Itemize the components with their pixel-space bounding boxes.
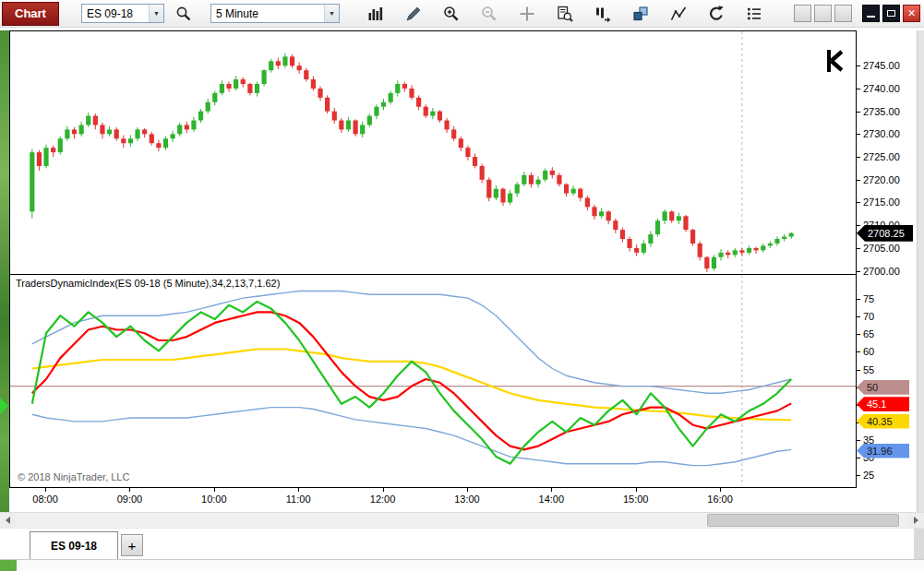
trend-line-icon (669, 5, 688, 23)
chart-column: TradersDynamicIndex(ES 09-18 (5 Minute),… (9, 30, 857, 512)
trend-line-button[interactable] (666, 3, 690, 25)
price-panel[interactable] (10, 31, 856, 275)
zoom-in-button[interactable] (439, 3, 463, 25)
instrument-link-button[interactable] (794, 5, 811, 22)
axis-tick-mark (857, 458, 860, 458)
axis-tick-label: 2745.00 (863, 60, 900, 71)
zoom-out-button[interactable] (477, 3, 501, 25)
titlebar[interactable]: Chart ES 09-18 ▼ 5 Minute ▼ (0, 0, 924, 28)
pin-button[interactable] (834, 5, 852, 22)
time-axis[interactable]: 08:0009:0010:0011:0012:0013:0014:0015:00… (9, 488, 857, 512)
axis-tick-mark (857, 134, 860, 135)
ninjatrader-chart-window: Chart ES 09-18 ▼ 5 Minute ▼ (0, 0, 924, 571)
tdi-series-rsi-line (32, 302, 791, 464)
price-chart-svg[interactable] (10, 31, 856, 275)
properties-button[interactable] (742, 3, 766, 25)
time-tick-label: 09:00 (111, 494, 148, 505)
tab-bar: ES 09-18 + (0, 528, 924, 559)
time-tick-label: 15:00 (618, 494, 654, 505)
time-tick-label: 08:00 (27, 494, 64, 505)
last-price-badge: 2708.25 (857, 225, 913, 242)
data-box-icon (556, 5, 574, 23)
indicator-value-badge: 31.96 (857, 444, 909, 458)
indicator-value-badge: 40.35 (857, 414, 909, 429)
tab-es-09-18[interactable]: ES 09-18 (30, 531, 118, 559)
scroll-to-end-icon (827, 50, 843, 72)
axis-tick-mark (857, 316, 860, 317)
search-icon (174, 5, 193, 23)
maximize-button[interactable] (882, 5, 900, 22)
axis-tick-label: 65 (863, 328, 874, 339)
axis-tick-mark (857, 202, 860, 203)
tdi-series-rsi-signal-line (32, 312, 791, 449)
window-controls: ✕ (794, 5, 922, 22)
tdi-series-lower-volatility-band (32, 408, 791, 466)
axis-tick-mark (857, 180, 860, 181)
close-icon: ✕ (907, 7, 916, 19)
close-button[interactable]: ✕ (903, 5, 920, 22)
window-edge (917, 30, 924, 512)
time-tick-mark (129, 488, 130, 492)
instrument-select[interactable]: ES 09-18 ▼ (81, 4, 164, 23)
minimize-button[interactable] (862, 5, 880, 22)
time-tick-label: 12:00 (365, 494, 402, 505)
indicator-label: TradersDynamicIndex(ES 09-18 (5 Minute),… (16, 278, 280, 289)
scroll-to-end-marker[interactable] (827, 50, 843, 72)
desktop-corner (0, 560, 17, 571)
interval-select-value: 5 Minute (216, 7, 320, 20)
minimize-icon (867, 16, 875, 18)
statusbar-strip (0, 559, 924, 571)
chart-style-icon (366, 5, 385, 23)
axis-tick-label: 60 (863, 346, 874, 357)
add-tab-button[interactable]: + (121, 534, 143, 556)
triangle-left-icon (6, 517, 10, 524)
desktop-background (0, 30, 9, 512)
chart-style-button[interactable] (364, 3, 388, 25)
maximize-icon (887, 10, 895, 17)
time-tick-label: 13:00 (449, 494, 486, 505)
axis-tick-label: 2730.00 (863, 128, 900, 139)
axis-tick-mark (857, 65, 860, 66)
time-tick-mark (214, 488, 215, 492)
instrument-search-button[interactable] (172, 3, 196, 25)
zoom-out-icon (480, 5, 498, 23)
copyright-label: © 2018 NinjaTrader, LLC (18, 471, 129, 482)
indicator-panel-button[interactable] (591, 3, 615, 25)
axis-tick-label: 2735.00 (863, 106, 900, 117)
candles (30, 54, 794, 272)
tdi-chart-svg[interactable] (10, 275, 856, 486)
data-box-button[interactable] (553, 3, 577, 25)
interval-select[interactable]: 5 Minute ▼ (210, 4, 340, 23)
desktop-artifact (0, 398, 8, 414)
scrollbar-thumb[interactable] (707, 514, 899, 527)
tile-windows-button[interactable] (629, 3, 653, 25)
tile-windows-icon (631, 5, 650, 23)
chevron-down-icon: ▼ (324, 5, 339, 22)
axis-tick-mark (857, 89, 860, 89)
time-tick-label: 14:00 (533, 494, 570, 505)
scroll-left-button[interactable] (0, 513, 16, 528)
crosshair-button[interactable] (515, 3, 539, 25)
properties-icon (745, 5, 763, 23)
chart-plot-area[interactable]: TradersDynamicIndex(ES 09-18 (5 Minute),… (9, 30, 857, 488)
axis-tick-mark (857, 271, 860, 272)
interval-link-button[interactable] (814, 5, 832, 22)
zoom-in-icon (442, 5, 461, 23)
time-tick-mark (720, 488, 721, 492)
axis-tick-label: 75 (863, 293, 874, 304)
horizontal-scrollbar[interactable] (0, 512, 924, 528)
reload-icon (707, 5, 726, 23)
scroll-right-button[interactable] (908, 513, 924, 528)
axis-tick-label: 2700.00 (863, 266, 900, 277)
reload-button[interactable] (704, 3, 728, 25)
indicator-panel[interactable]: TradersDynamicIndex(ES 09-18 (5 Minute),… (10, 275, 856, 486)
indicator-value-badge: 45.1 (857, 397, 909, 411)
axis-tick-mark (857, 112, 860, 113)
price-axis[interactable]: 2708.25 2745.002740.002735.002730.002725… (857, 30, 917, 512)
axis-tick-label: 25 (863, 470, 874, 481)
axis-tick-mark (857, 299, 860, 300)
axis-tick-label: 70 (863, 311, 874, 322)
drawing-tools-button[interactable] (402, 3, 426, 25)
instrument-select-value: ES 09-18 (87, 7, 145, 20)
scrollbar-track[interactable] (16, 513, 908, 528)
